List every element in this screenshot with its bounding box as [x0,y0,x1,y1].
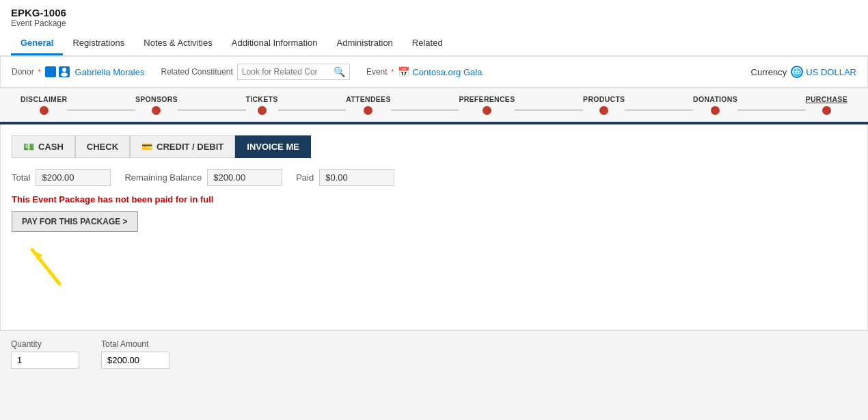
total-input[interactable] [36,169,111,186]
totals-row: Total Remaining Balance Paid [12,169,856,186]
paid-input[interactable] [319,169,394,186]
record-type: Event Package [11,18,857,28]
tab-notes-activities[interactable]: Notes & Activities [134,32,221,55]
step-purchase[interactable]: PURCHASE [806,95,847,115]
payment-tabs: 💵 CASH CHECK 💳 CREDIT / DEBIT INVOICE ME [12,135,856,158]
cash-icon: 💵 [23,142,34,152]
step-dot-preferences [483,106,491,115]
quantity-field: Quantity [11,339,79,369]
donor-icon [59,66,70,77]
pay-for-package-button[interactable]: PAY FOR THIS PACKAGE > [12,211,138,232]
invoice-me-tab-label: INVOICE ME [247,142,299,152]
remaining-balance-label: Remaining Balance [124,172,202,183]
donor-bar: Donor * Gabriella Morales Related Consti… [1,57,867,88]
step-dot-attendees [364,106,372,115]
step-dot-products [599,106,608,115]
step-connector-2 [178,109,246,111]
globe-icon: 🌐 [791,66,803,78]
step-tickets[interactable]: TICKETS [246,95,278,115]
tab-general[interactable]: General [11,32,63,55]
donor-name[interactable]: Gabriella Morales [45,66,145,77]
step-label-products: PRODUCTS [583,95,625,103]
step-connector-4 [391,109,459,111]
paid-label: Paid [296,172,314,183]
tab-administration[interactable]: Administration [327,32,402,55]
total-label: Total [12,172,30,183]
step-disclaimer[interactable]: DISCLAIMER [21,95,67,115]
total-amount-input[interactable] [101,352,169,369]
pay-package-wrapper: PAY FOR THIS PACKAGE > [12,211,138,232]
required-indicator: * [38,68,41,76]
tab-additional-information[interactable]: Additional Information [222,32,327,55]
steps-bar: DISCLAIMER SPONSORS TICKETS ATTENDEES PR… [0,88,868,124]
event-name-text[interactable]: Contosa.org Gala [412,67,482,77]
related-constituent-label: Related Constituent [161,67,232,77]
record-id: EPKG-1006 [11,7,857,18]
step-label-tickets: TICKETS [246,95,278,103]
arrow-indicator [18,236,73,293]
bottom-bar: Quantity Total Amount [0,330,868,377]
step-dot-sponsors [152,106,161,115]
steps-list: DISCLAIMER SPONSORS TICKETS ATTENDEES PR… [0,95,868,115]
payment-section: 💵 CASH CHECK 💳 CREDIT / DEBIT INVOICE ME… [1,124,867,330]
tab-related[interactable]: Related [403,32,452,55]
step-label-purchase: PURCHASE [806,95,847,103]
calendar-icon: 📅 [398,66,409,77]
step-connector [67,109,135,111]
currency-text: US DOLLAR [806,67,856,77]
check-tab-label: CHECK [87,142,118,152]
arrow-svg [18,236,73,291]
related-constituent-search[interactable]: 🔍 [237,64,350,80]
step-connector-7 [737,109,806,111]
step-label-disclaimer: DISCLAIMER [21,95,67,103]
invoice-me-tab[interactable]: INVOICE ME [235,135,311,158]
related-constituent-field: Related Constituent 🔍 [161,64,349,80]
paid-field: Paid [296,169,394,186]
credit-debit-tab-label: CREDIT / DEBIT [157,142,223,152]
step-label-donations: DONATIONS [693,95,737,103]
step-label-sponsors: SPONSORS [135,95,178,103]
step-donations[interactable]: DONATIONS [693,95,737,115]
step-dot-disclaimer [40,106,49,115]
step-label-preferences: PREFERENCES [459,95,515,103]
cash-tab-label: CASH [38,142,64,152]
currency-label: Currency [751,67,787,77]
warning-text: This Event Package has not been paid for… [12,194,856,205]
donor-label: Donor [12,67,34,77]
step-dot-purchase [822,106,831,115]
quantity-label: Quantity [11,339,79,349]
step-products[interactable]: PRODUCTS [583,95,625,115]
total-field: Total [12,169,111,186]
currency-field: Currency 🌐 US DOLLAR [751,66,856,78]
total-amount-field: Total Amount [101,339,169,369]
search-icon[interactable]: 🔍 [334,66,345,77]
remaining-balance-field: Remaining Balance [124,169,282,186]
step-dot-tickets [258,106,267,115]
total-amount-label: Total Amount [101,339,169,349]
step-preferences[interactable]: PREFERENCES [459,95,515,115]
search-input[interactable] [242,67,331,77]
step-connector-5 [515,109,583,111]
credit-debit-tab[interactable]: 💳 CREDIT / DEBIT [130,135,235,158]
donor-name-text[interactable]: Gabriella Morales [75,67,145,77]
step-sponsors[interactable]: SPONSORS [135,95,178,115]
event-field: Event * 📅 Contosa.org Gala [366,66,483,77]
quantity-input[interactable] [11,352,79,369]
tab-registrations[interactable]: Registrations [63,32,134,55]
event-name[interactable]: 📅 Contosa.org Gala [398,66,482,77]
step-attendees[interactable]: ATTENDEES [346,95,391,115]
step-label-attendees: ATTENDEES [346,95,391,103]
event-label: Event [366,67,388,77]
main-nav: General Registrations Notes & Activities… [11,32,857,55]
svg-point-1 [61,73,68,77]
required-indicator-event: * [392,68,394,76]
step-connector-3 [278,109,347,111]
remaining-balance-input[interactable] [207,169,282,186]
svg-point-0 [62,68,66,72]
step-dot-donations [711,106,720,115]
check-tab[interactable]: CHECK [75,135,130,158]
step-connector-6 [625,109,693,111]
cash-tab[interactable]: 💵 CASH [12,135,75,158]
donor-field: Donor * Gabriella Morales [12,66,144,77]
credit-card-icon: 💳 [141,142,152,152]
